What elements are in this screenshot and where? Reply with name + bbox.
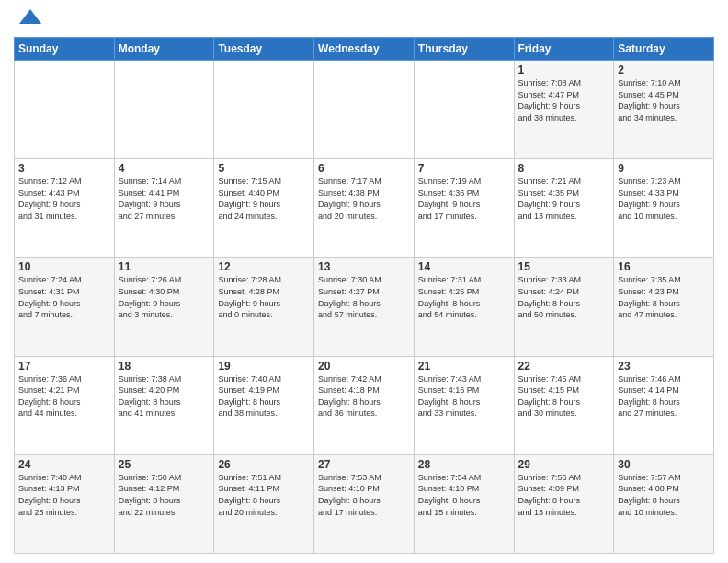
day-number: 19 [218,360,310,373]
day-header-wednesday: Wednesday [314,38,415,61]
calendar-cell: 2Sunrise: 7:10 AM Sunset: 4:45 PM Daylig… [614,61,714,159]
day-header-monday: Monday [114,38,214,61]
day-number: 23 [618,360,710,373]
day-number: 30 [618,458,710,471]
day-number: 20 [318,360,410,373]
day-info: Sunrise: 7:15 AM Sunset: 4:40 PM Dayligh… [218,176,310,222]
day-number: 28 [418,458,510,471]
calendar-cell: 30Sunrise: 7:57 AM Sunset: 4:08 PM Dayli… [614,454,714,553]
day-number: 29 [518,458,610,471]
day-number: 3 [18,162,110,175]
day-info: Sunrise: 7:33 AM Sunset: 4:24 PM Dayligh… [518,274,610,320]
day-info: Sunrise: 7:43 AM Sunset: 4:16 PM Dayligh… [418,373,510,419]
calendar-cell: 12Sunrise: 7:28 AM Sunset: 4:28 PM Dayli… [214,258,314,356]
day-number: 1 [518,63,610,76]
calendar-cell: 24Sunrise: 7:48 AM Sunset: 4:13 PM Dayli… [15,454,115,553]
day-number: 18 [119,360,210,373]
calendar-cell: 3Sunrise: 7:12 AM Sunset: 4:43 PM Daylig… [15,159,115,258]
calendar-cell: 21Sunrise: 7:43 AM Sunset: 4:16 PM Dayli… [414,356,514,454]
day-info: Sunrise: 7:12 AM Sunset: 4:43 PM Dayligh… [18,176,110,222]
day-info: Sunrise: 7:42 AM Sunset: 4:18 PM Dayligh… [318,373,410,419]
day-info: Sunrise: 7:46 AM Sunset: 4:14 PM Dayligh… [618,373,710,419]
calendar-cell: 27Sunrise: 7:53 AM Sunset: 4:10 PM Dayli… [314,454,415,553]
day-number: 25 [119,458,210,471]
calendar-cell [314,61,415,159]
calendar-cell [214,61,314,159]
logo-text-block [14,13,43,31]
day-number: 10 [18,260,110,273]
day-info: Sunrise: 7:19 AM Sunset: 4:36 PM Dayligh… [418,176,510,222]
calendar-cell: 1Sunrise: 7:08 AM Sunset: 4:47 PM Daylig… [514,61,614,159]
day-number: 15 [518,260,610,273]
day-info: Sunrise: 7:30 AM Sunset: 4:27 PM Dayligh… [318,274,410,320]
day-number: 24 [18,458,110,471]
week-row-0: 1Sunrise: 7:08 AM Sunset: 4:47 PM Daylig… [15,61,714,159]
day-info: Sunrise: 7:35 AM Sunset: 4:23 PM Dayligh… [618,274,710,320]
calendar-body: 1Sunrise: 7:08 AM Sunset: 4:47 PM Daylig… [15,61,714,554]
calendar-cell: 22Sunrise: 7:45 AM Sunset: 4:15 PM Dayli… [514,356,614,454]
calendar-cell: 6Sunrise: 7:17 AM Sunset: 4:38 PM Daylig… [314,159,415,258]
logo-arrow-icon [16,4,43,31]
day-info: Sunrise: 7:40 AM Sunset: 4:19 PM Dayligh… [218,373,310,419]
day-number: 13 [318,260,410,273]
header [14,9,714,31]
day-number: 7 [418,162,510,175]
calendar-cell [114,61,214,159]
calendar-cell: 13Sunrise: 7:30 AM Sunset: 4:27 PM Dayli… [314,258,415,356]
week-row-3: 17Sunrise: 7:36 AM Sunset: 4:21 PM Dayli… [15,356,714,454]
day-info: Sunrise: 7:24 AM Sunset: 4:31 PM Dayligh… [18,274,110,320]
day-number: 11 [119,260,210,273]
week-row-4: 24Sunrise: 7:48 AM Sunset: 4:13 PM Dayli… [15,454,714,553]
calendar-cell: 4Sunrise: 7:14 AM Sunset: 4:41 PM Daylig… [114,159,214,258]
day-header-friday: Friday [514,38,614,61]
day-number: 26 [218,458,310,471]
calendar-cell: 15Sunrise: 7:33 AM Sunset: 4:24 PM Dayli… [514,258,614,356]
day-number: 9 [618,162,710,175]
calendar-cell: 18Sunrise: 7:38 AM Sunset: 4:20 PM Dayli… [114,356,214,454]
svg-marker-0 [19,9,41,24]
day-info: Sunrise: 7:17 AM Sunset: 4:38 PM Dayligh… [318,176,410,222]
day-info: Sunrise: 7:48 AM Sunset: 4:13 PM Dayligh… [18,472,110,518]
calendar-cell: 5Sunrise: 7:15 AM Sunset: 4:40 PM Daylig… [214,159,314,258]
calendar-header: SundayMondayTuesdayWednesdayThursdayFrid… [15,38,714,61]
day-info: Sunrise: 7:08 AM Sunset: 4:47 PM Dayligh… [518,77,610,123]
day-number: 12 [218,260,310,273]
day-info: Sunrise: 7:36 AM Sunset: 4:21 PM Dayligh… [18,373,110,419]
day-number: 8 [518,162,610,175]
day-info: Sunrise: 7:50 AM Sunset: 4:12 PM Dayligh… [119,472,210,518]
day-info: Sunrise: 7:28 AM Sunset: 4:28 PM Dayligh… [218,274,310,320]
calendar-cell: 8Sunrise: 7:21 AM Sunset: 4:35 PM Daylig… [514,159,614,258]
day-number: 17 [18,360,110,373]
calendar-cell: 7Sunrise: 7:19 AM Sunset: 4:36 PM Daylig… [414,159,514,258]
day-number: 16 [618,260,710,273]
day-number: 5 [218,162,310,175]
day-info: Sunrise: 7:57 AM Sunset: 4:08 PM Dayligh… [618,472,710,518]
calendar-cell: 25Sunrise: 7:50 AM Sunset: 4:12 PM Dayli… [114,454,214,553]
day-number: 14 [418,260,510,273]
day-header-saturday: Saturday [614,38,714,61]
day-info: Sunrise: 7:23 AM Sunset: 4:33 PM Dayligh… [618,176,710,222]
calendar-cell: 16Sunrise: 7:35 AM Sunset: 4:23 PM Dayli… [614,258,714,356]
day-info: Sunrise: 7:53 AM Sunset: 4:10 PM Dayligh… [318,472,410,518]
week-row-1: 3Sunrise: 7:12 AM Sunset: 4:43 PM Daylig… [15,159,714,258]
calendar-cell: 20Sunrise: 7:42 AM Sunset: 4:18 PM Dayli… [314,356,415,454]
calendar-table: SundayMondayTuesdayWednesdayThursdayFrid… [14,37,714,554]
day-header-tuesday: Tuesday [214,38,314,61]
calendar-cell: 10Sunrise: 7:24 AM Sunset: 4:31 PM Dayli… [15,258,115,356]
calendar-cell: 9Sunrise: 7:23 AM Sunset: 4:33 PM Daylig… [614,159,714,258]
calendar-cell: 14Sunrise: 7:31 AM Sunset: 4:25 PM Dayli… [414,258,514,356]
calendar-cell [15,61,115,159]
day-info: Sunrise: 7:45 AM Sunset: 4:15 PM Dayligh… [518,373,610,419]
header-row: SundayMondayTuesdayWednesdayThursdayFrid… [15,38,714,61]
day-number: 22 [518,360,610,373]
day-info: Sunrise: 7:10 AM Sunset: 4:45 PM Dayligh… [618,77,710,123]
day-info: Sunrise: 7:54 AM Sunset: 4:10 PM Dayligh… [418,472,510,518]
calendar-cell: 29Sunrise: 7:56 AM Sunset: 4:09 PM Dayli… [514,454,614,553]
calendar-cell: 17Sunrise: 7:36 AM Sunset: 4:21 PM Dayli… [15,356,115,454]
calendar-cell: 26Sunrise: 7:51 AM Sunset: 4:11 PM Dayli… [214,454,314,553]
page: SundayMondayTuesdayWednesdayThursdayFrid… [0,0,728,563]
day-number: 6 [318,162,410,175]
calendar-cell: 28Sunrise: 7:54 AM Sunset: 4:10 PM Dayli… [414,454,514,553]
day-info: Sunrise: 7:38 AM Sunset: 4:20 PM Dayligh… [119,373,210,419]
day-info: Sunrise: 7:26 AM Sunset: 4:30 PM Dayligh… [119,274,210,320]
